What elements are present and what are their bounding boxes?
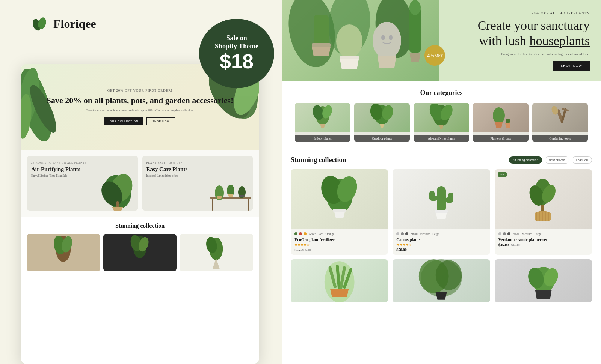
tab-new-arrivals[interactable]: New arrivals bbox=[545, 156, 569, 164]
categories-title: Our categories bbox=[291, 89, 592, 97]
category-card-air-purifying[interactable]: Air-purifying plants bbox=[414, 103, 469, 142]
category-card-outdoor[interactable]: Outdoor plants bbox=[354, 103, 410, 142]
category-gardening-label: Gardening tools bbox=[532, 135, 588, 142]
category-planters-img bbox=[473, 103, 529, 132]
ecogro-color-label: Green · Red · Orange bbox=[309, 232, 334, 236]
right-hero-title: Create your sanctuary with lush housepla… bbox=[478, 18, 590, 49]
collection-plant-2-icon bbox=[103, 234, 177, 271]
mockup-card: GET 20% OFF YOUR FIRST ORDER! Save 20% o… bbox=[21, 64, 259, 364]
product-cactus-info: Small · Medium · Large Cactus plants ★★★… bbox=[393, 229, 490, 255]
promo-card-1-tag: 24 HOURS TO SAVE ON ALL PLANTS! bbox=[31, 161, 134, 164]
stunning-tabs: Stunning collection New arrivals Feature… bbox=[509, 156, 592, 164]
product-card-partial-3[interactable] bbox=[495, 259, 592, 302]
svg-marker-57 bbox=[380, 124, 384, 128]
air-purifying-plant-icon bbox=[426, 104, 456, 131]
right-shop-now-button[interactable]: SHOP NOW bbox=[553, 61, 590, 71]
product-ecogro-stars: ★★★★☆ bbox=[294, 243, 384, 247]
svg-marker-106 bbox=[535, 290, 551, 299]
product-card-partial-1[interactable] bbox=[291, 259, 388, 302]
stunning-header: Stunning collection Stunning collection … bbox=[291, 156, 592, 164]
product-verdant-name: Verdant ceramic planter set bbox=[498, 237, 588, 242]
svg-marker-64 bbox=[505, 123, 510, 128]
badge-20-off: 20% OFF bbox=[424, 45, 445, 66]
svg-point-101 bbox=[436, 260, 462, 290]
svg-rect-79 bbox=[448, 193, 453, 202]
badge-text: 20% OFF bbox=[427, 53, 443, 57]
gardening-tools-icon bbox=[545, 104, 575, 131]
right-hero-title-part2: with lush bbox=[479, 34, 529, 48]
left-panel: Floriqee Sale on Shopify Theme $18 bbox=[0, 0, 282, 364]
svg-marker-49 bbox=[409, 53, 421, 62]
product-card-verdant[interactable]: Sale bbox=[495, 169, 592, 255]
partial-plant-3-icon bbox=[495, 259, 592, 302]
collection-plant-1-icon bbox=[27, 234, 100, 271]
shop-now-button[interactable]: SHOP NOW bbox=[146, 117, 175, 125]
svg-marker-53 bbox=[320, 124, 325, 128]
color-small-dot-2 bbox=[498, 232, 501, 235]
category-gardening-img bbox=[532, 103, 588, 132]
product-card-partial-2[interactable] bbox=[393, 259, 490, 302]
svg-point-44 bbox=[381, 35, 385, 40]
svg-rect-41 bbox=[340, 56, 359, 59]
category-card-indoor[interactable]: Indoor plants bbox=[295, 103, 350, 142]
product-grid-row2 bbox=[291, 259, 592, 302]
tab-stunning-collection[interactable]: Stunning collection bbox=[509, 156, 542, 164]
ecogro-plant-icon bbox=[321, 175, 358, 224]
collection-plant-3-icon bbox=[180, 234, 253, 271]
sale-price: $18 bbox=[220, 50, 254, 72]
svg-marker-15 bbox=[112, 207, 123, 211]
monstera-icon bbox=[97, 171, 138, 211]
product-cactus-price: $50.00 bbox=[396, 248, 486, 252]
category-card-gardening[interactable]: Gardening tools bbox=[532, 103, 588, 142]
right-hero-title-underline: houseplants bbox=[529, 34, 590, 48]
svg-marker-98 bbox=[330, 289, 349, 297]
collection-item-2 bbox=[103, 234, 177, 271]
planters-pots-icon bbox=[486, 104, 516, 131]
hero-center-content: GET 20% OFF YOUR FIRST ORDER! Save 20% o… bbox=[24, 81, 256, 133]
svg-rect-81 bbox=[435, 210, 448, 213]
svg-rect-77 bbox=[429, 191, 435, 200]
product-verdant-price: $35.00 $45.00 bbox=[498, 243, 588, 247]
category-air-purifying-img bbox=[414, 103, 469, 132]
right-panel: 20% OFF 20% OFF ALL HOUSEPLANTS Create y… bbox=[282, 0, 601, 364]
verdant-size-label: Small · Medium · Large bbox=[513, 232, 541, 236]
product-ecogro-info: Green · Red · Orange EcoGro plant fertil… bbox=[291, 229, 388, 255]
right-hero: 20% OFF 20% OFF ALL HOUSEPLANTS Create y… bbox=[282, 0, 601, 81]
tab-featured[interactable]: Featured bbox=[572, 156, 592, 164]
logo-area: Floriqee bbox=[30, 14, 96, 33]
easy-care-plants-icon bbox=[208, 171, 253, 211]
category-air-purifying-label: Air-purifying plants bbox=[414, 135, 469, 142]
svg-marker-33 bbox=[213, 258, 220, 269]
color-small-dot bbox=[396, 232, 399, 235]
svg-rect-37 bbox=[314, 15, 329, 45]
product-cactus-name: Cactus plants bbox=[396, 237, 486, 242]
color-large-dot bbox=[405, 232, 408, 235]
promo-card-easy-care: PLANT SALE – 20% OFF Easy Care Plants In… bbox=[142, 156, 254, 211]
svg-point-45 bbox=[389, 35, 393, 40]
product-card-cactus[interactable]: Small · Medium · Large Cactus plants ★★★… bbox=[393, 169, 490, 255]
svg-marker-102 bbox=[436, 292, 447, 300]
color-medium-dot-2 bbox=[503, 232, 506, 235]
color-green-dot bbox=[294, 232, 297, 235]
verdant-price-current: $35.00 bbox=[498, 243, 509, 247]
mockup-collection-title: Stunning collection bbox=[27, 223, 253, 229]
product-card-ecogro[interactable]: Green · Red · Orange EcoGro plant fertil… bbox=[291, 169, 388, 255]
color-red-dot bbox=[299, 232, 302, 235]
partial-plant-2-icon bbox=[393, 259, 490, 302]
svg-rect-38 bbox=[312, 43, 331, 47]
our-collection-button[interactable]: OUR COLLECTION bbox=[104, 117, 143, 125]
hero-tag: GET 20% OFF YOUR FIRST ORDER! bbox=[47, 89, 233, 92]
collection-grid bbox=[27, 234, 253, 271]
stunning-section: Stunning collection Stunning collection … bbox=[282, 149, 601, 309]
svg-point-62 bbox=[493, 107, 505, 124]
color-medium-dot bbox=[401, 232, 404, 235]
logo-icon bbox=[30, 14, 49, 33]
sale-line2: Shopify Theme bbox=[215, 42, 258, 51]
svg-marker-61 bbox=[439, 125, 444, 129]
svg-rect-18 bbox=[248, 199, 249, 211]
category-card-planters[interactable]: Planters & pots bbox=[473, 103, 529, 142]
svg-point-40 bbox=[336, 24, 362, 58]
outdoor-plant-icon bbox=[367, 104, 397, 131]
categories-row: Indoor plants Outdoor plants bbox=[291, 103, 592, 142]
verdant-price-old: $45.00 bbox=[511, 243, 521, 247]
